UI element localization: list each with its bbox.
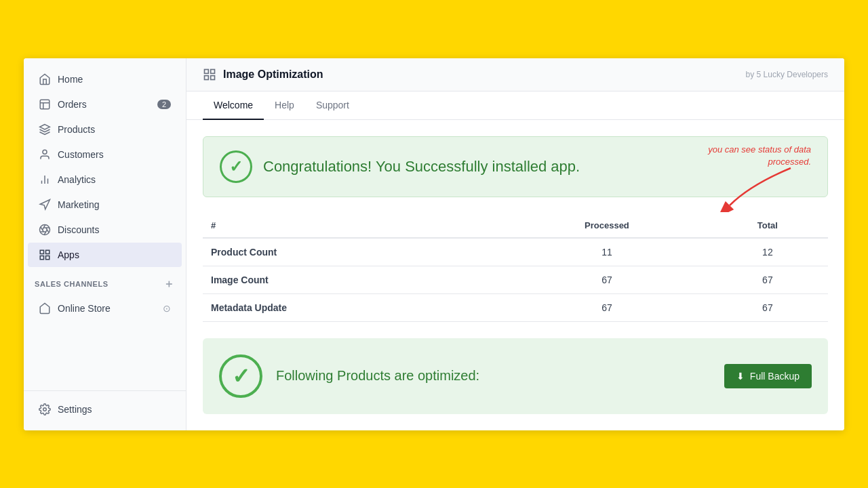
svg-rect-17 xyxy=(46,256,50,259)
bottom-checkmark xyxy=(219,354,262,398)
sidebar-item-products[interactable]: Products xyxy=(28,117,182,142)
analytics-icon xyxy=(39,174,51,186)
marketing-icon xyxy=(39,199,51,211)
col-header-label: # xyxy=(203,214,507,238)
sidebar-item-discounts[interactable]: Discounts xyxy=(28,218,182,242)
svg-point-19 xyxy=(43,407,47,411)
main-content: Image Optimization by 5 Lucky Developers… xyxy=(186,58,844,430)
col-header-total: Total xyxy=(707,214,828,238)
full-backup-button[interactable]: ⬇ Full Backup xyxy=(724,364,812,388)
svg-marker-3 xyxy=(40,124,50,129)
table-row: Product Count 11 12 xyxy=(203,238,828,266)
svg-point-4 xyxy=(43,150,47,154)
row-label: Metadata Update xyxy=(203,293,507,321)
row-total: 67 xyxy=(707,293,828,321)
sidebar-item-settings[interactable]: Settings xyxy=(28,397,182,422)
products-icon xyxy=(39,123,51,136)
tabs-bar: Welcome Help Support xyxy=(186,92,844,120)
sidebar-marketing-label: Marketing xyxy=(58,199,99,210)
col-header-processed: Processed xyxy=(507,214,707,238)
sidebar-item-orders[interactable]: Orders 2 xyxy=(28,92,182,117)
tab-welcome[interactable]: Welcome xyxy=(203,92,264,120)
download-icon: ⬇ xyxy=(736,371,745,382)
tab-support[interactable]: Support xyxy=(305,92,360,120)
online-store-icon xyxy=(39,302,51,314)
sidebar-item-analytics[interactable]: Analytics xyxy=(28,167,182,192)
row-label: Product Count xyxy=(203,238,507,266)
header-left: Image Optimization xyxy=(203,68,323,81)
home-icon xyxy=(39,73,51,85)
sidebar-item-apps[interactable]: Apps xyxy=(28,243,182,267)
bottom-banner: Following Products are optimized: ⬇ Full… xyxy=(203,338,828,414)
sidebar-item-marketing[interactable]: Marketing xyxy=(28,192,182,217)
tab-help[interactable]: Help xyxy=(264,92,305,120)
success-banner: Congratulations! You Successfully instal… xyxy=(203,136,828,197)
online-store-settings-icon[interactable]: ⊙ xyxy=(163,303,171,314)
sidebar-apps-label: Apps xyxy=(58,249,79,260)
settings-icon xyxy=(39,403,51,415)
svg-rect-18 xyxy=(40,256,43,259)
apps-icon xyxy=(39,249,51,261)
success-checkmark xyxy=(220,150,252,183)
sidebar-discounts-label: Discounts xyxy=(58,224,99,235)
add-sales-channel-button[interactable]: ＋ xyxy=(163,277,175,291)
sidebar-item-online-store[interactable]: Online Store ⊙ xyxy=(28,296,182,321)
svg-rect-20 xyxy=(205,69,209,73)
row-total: 67 xyxy=(707,266,828,293)
sales-channels-section: SALES CHANNELS ＋ xyxy=(24,268,186,296)
svg-rect-21 xyxy=(211,69,215,73)
annotation: you can see status of data processed. xyxy=(708,144,811,168)
sidebar-customers-label: Customers xyxy=(58,149,104,160)
discounts-icon xyxy=(39,224,51,236)
svg-rect-23 xyxy=(205,75,209,79)
sidebar: Home Orders 2 xyxy=(24,58,186,430)
row-processed: 11 xyxy=(507,238,707,266)
row-processed: 67 xyxy=(507,293,707,321)
sidebar-products-label: Products xyxy=(58,124,95,135)
svg-rect-22 xyxy=(211,75,215,79)
by-developer: by 5 Lucky Developers xyxy=(746,70,828,79)
sidebar-nav: Home Orders 2 xyxy=(24,66,186,390)
settings-label: Settings xyxy=(58,404,92,415)
svg-rect-0 xyxy=(40,100,50,109)
sidebar-bottom: Settings xyxy=(24,390,186,422)
sidebar-item-home[interactable]: Home xyxy=(28,67,182,92)
app-title: Image Optimization xyxy=(223,68,323,81)
sidebar-home-label: Home xyxy=(58,74,83,85)
row-label: Image Count xyxy=(203,266,507,293)
customers-icon xyxy=(39,148,51,161)
table-row: Metadata Update 67 67 xyxy=(203,293,828,321)
row-processed: 67 xyxy=(507,266,707,293)
bottom-text: Following Products are optimized: xyxy=(276,368,711,384)
svg-rect-16 xyxy=(46,250,50,253)
data-table: # Processed Total Product Count 11 12 Im… xyxy=(203,214,828,322)
arrow-annotation xyxy=(709,165,818,212)
app-window: Home Orders 2 xyxy=(24,58,844,430)
orders-badge: 2 xyxy=(157,100,171,109)
main-header: Image Optimization by 5 Lucky Developers xyxy=(186,58,844,92)
sidebar-item-customers[interactable]: Customers xyxy=(28,142,182,167)
sidebar-orders-label: Orders xyxy=(58,99,87,110)
app-grid-icon xyxy=(203,68,216,81)
orders-icon xyxy=(39,98,51,110)
online-store-label: Online Store xyxy=(58,303,111,314)
sidebar-analytics-label: Analytics xyxy=(58,174,96,185)
success-text: Congratulations! You Successfully instal… xyxy=(263,158,580,176)
svg-rect-15 xyxy=(40,250,43,253)
content-area: Congratulations! You Successfully instal… xyxy=(186,120,844,430)
table-row: Image Count 67 67 xyxy=(203,266,828,293)
row-total: 12 xyxy=(707,238,828,266)
